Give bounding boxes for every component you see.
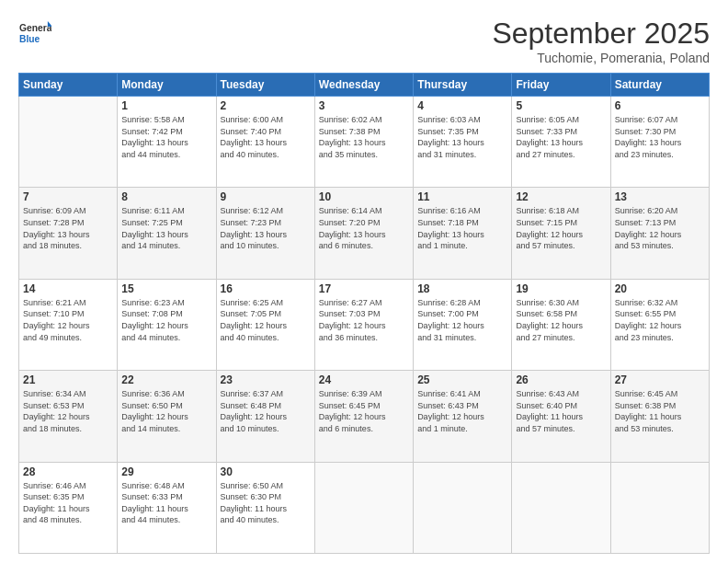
day-info-line: and 44 minutes. (121, 333, 180, 342)
col-sunday: Sunday (19, 74, 118, 97)
day-info-line: Daylight: 11 hours (615, 412, 682, 421)
day-info-line: and 6 minutes. (319, 241, 373, 250)
title-block: September 2025 Tuchomie, Pomerania, Pola… (492, 17, 710, 65)
calendar-cell: 11Sunrise: 6:16 AMSunset: 7:18 PMDayligh… (414, 188, 512, 279)
day-info-line: Sunset: 6:48 PM (221, 401, 282, 410)
day-info-line: Daylight: 12 hours (221, 412, 288, 421)
day-info-line: and 23 minutes. (615, 150, 674, 159)
day-info-line: Sunset: 6:58 PM (516, 309, 577, 318)
day-info-line: and 23 minutes. (615, 333, 674, 342)
calendar-cell: 29Sunrise: 6:48 AMSunset: 6:33 PMDayligh… (118, 462, 216, 553)
day-info-line: Sunrise: 6:48 AM (121, 481, 185, 490)
day-info-line: Daylight: 12 hours (516, 321, 583, 330)
day-number: 18 (417, 282, 507, 295)
day-info-line: and 27 minutes. (516, 150, 574, 159)
day-info-line: and 57 minutes. (516, 241, 574, 250)
calendar-cell (414, 462, 512, 553)
day-info-line: Sunrise: 6:00 AM (221, 115, 284, 124)
day-info-line: Sunset: 7:25 PM (121, 218, 183, 227)
calendar-cell: 15Sunrise: 6:23 AMSunset: 7:08 PMDayligh… (118, 279, 216, 370)
day-info-line: Sunrise: 6:20 AM (615, 206, 678, 215)
day-number: 13 (615, 190, 705, 203)
day-number: 3 (319, 99, 409, 112)
day-info-line: Daylight: 12 hours (417, 412, 484, 421)
day-info-line: Sunset: 6:45 PM (319, 401, 381, 410)
day-number: 15 (121, 282, 211, 295)
day-info: Sunrise: 6:46 AMSunset: 6:35 PMDaylight:… (23, 480, 113, 526)
day-info-line: Sunset: 7:40 PM (221, 127, 282, 136)
calendar-cell: 6Sunrise: 6:07 AMSunset: 7:30 PMDaylight… (610, 97, 709, 188)
day-info-line: Sunrise: 6:36 AM (121, 389, 185, 398)
day-info-line: Daylight: 11 hours (516, 412, 583, 421)
day-info: Sunrise: 6:28 AMSunset: 7:00 PMDaylight:… (417, 297, 507, 343)
day-info-line: Sunrise: 6:50 AM (221, 481, 284, 490)
day-info-line: Sunrise: 6:21 AM (23, 298, 86, 307)
day-info-line: Sunrise: 6:07 AM (615, 115, 678, 124)
day-info-line: and 1 minute. (417, 424, 468, 433)
day-info-line: Sunset: 7:23 PM (221, 218, 282, 227)
day-info-line: Sunset: 7:28 PM (23, 218, 85, 227)
day-info-line: Sunrise: 6:14 AM (319, 206, 382, 215)
day-number: 6 (615, 99, 705, 112)
calendar-cell: 27Sunrise: 6:45 AMSunset: 6:38 PMDayligh… (610, 371, 709, 462)
calendar-cell: 28Sunrise: 6:46 AMSunset: 6:35 PMDayligh… (19, 462, 118, 553)
day-info-line: Sunrise: 6:03 AM (417, 115, 481, 124)
day-info-line: and 40 minutes. (221, 150, 279, 159)
calendar-cell: 22Sunrise: 6:36 AMSunset: 6:50 PMDayligh… (118, 371, 216, 462)
day-info-line: Sunrise: 6:27 AM (319, 298, 382, 307)
day-info-line: Sunrise: 6:32 AM (615, 298, 678, 307)
col-tuesday: Tuesday (216, 74, 314, 97)
day-info: Sunrise: 6:37 AMSunset: 6:48 PMDaylight:… (221, 388, 311, 434)
day-info-line: and 31 minutes. (417, 333, 476, 342)
day-info-line: Sunrise: 6:28 AM (417, 298, 481, 307)
calendar-cell: 10Sunrise: 6:14 AMSunset: 7:20 PMDayligh… (314, 188, 413, 279)
day-info-line: Sunset: 6:50 PM (121, 401, 183, 410)
day-info-line: Daylight: 13 hours (121, 138, 188, 147)
calendar-cell: 24Sunrise: 6:39 AMSunset: 6:45 PMDayligh… (314, 371, 413, 462)
day-info-line: and 44 minutes. (121, 150, 180, 159)
day-info-line: Daylight: 12 hours (516, 230, 583, 239)
calendar-cell: 13Sunrise: 6:20 AMSunset: 7:13 PMDayligh… (610, 188, 709, 279)
day-number: 21 (23, 373, 113, 386)
month-title: September 2025 (492, 17, 710, 51)
calendar-cell: 8Sunrise: 6:11 AMSunset: 7:25 PMDaylight… (118, 188, 216, 279)
calendar-header-row: Sunday Monday Tuesday Wednesday Thursday… (19, 74, 710, 97)
day-info-line: Sunset: 7:38 PM (319, 127, 381, 136)
day-number: 7 (23, 190, 113, 203)
day-info: Sunrise: 6:39 AMSunset: 6:45 PMDaylight:… (319, 388, 409, 434)
page: General Blue September 2025 Tuchomie, Po… (0, 0, 728, 563)
day-info: Sunrise: 6:20 AMSunset: 7:13 PMDaylight:… (615, 205, 705, 251)
day-info-line: Daylight: 11 hours (221, 504, 288, 513)
day-info-line: and 53 minutes. (615, 424, 674, 433)
day-info: Sunrise: 6:36 AMSunset: 6:50 PMDaylight:… (121, 388, 211, 434)
day-info: Sunrise: 6:11 AMSunset: 7:25 PMDaylight:… (121, 205, 211, 251)
day-number: 12 (516, 190, 606, 203)
day-info-line: Daylight: 13 hours (516, 138, 583, 147)
day-info-line: Sunrise: 6:37 AM (221, 389, 284, 398)
calendar-cell (19, 97, 118, 188)
day-info-line: Sunrise: 6:25 AM (221, 298, 284, 307)
calendar-cell: 9Sunrise: 6:12 AMSunset: 7:23 PMDaylight… (216, 188, 314, 279)
calendar-cell: 30Sunrise: 6:50 AMSunset: 6:30 PMDayligh… (216, 462, 314, 553)
day-info: Sunrise: 6:50 AMSunset: 6:30 PMDaylight:… (221, 480, 311, 526)
day-info-line: Sunset: 7:10 PM (23, 309, 85, 318)
day-info-line: Daylight: 11 hours (121, 504, 188, 513)
day-number: 9 (221, 190, 311, 203)
calendar-cell: 3Sunrise: 6:02 AMSunset: 7:38 PMDaylight… (314, 97, 413, 188)
day-info-line: and 6 minutes. (319, 424, 373, 433)
day-info-line: Sunrise: 6:11 AM (121, 206, 185, 215)
header: General Blue September 2025 Tuchomie, Po… (18, 17, 710, 65)
day-info-line: Sunset: 7:30 PM (615, 127, 677, 136)
calendar-cell: 25Sunrise: 6:41 AMSunset: 6:43 PMDayligh… (414, 371, 512, 462)
calendar-cell: 18Sunrise: 6:28 AMSunset: 7:00 PMDayligh… (414, 279, 512, 370)
calendar-cell: 4Sunrise: 6:03 AMSunset: 7:35 PMDaylight… (414, 97, 512, 188)
day-info-line: Daylight: 11 hours (23, 504, 90, 513)
logo-svg: General Blue (18, 17, 51, 50)
day-info-line: and 14 minutes. (121, 241, 180, 250)
day-info: Sunrise: 6:09 AMSunset: 7:28 PMDaylight:… (23, 205, 113, 251)
calendar-cell: 2Sunrise: 6:00 AMSunset: 7:40 PMDaylight… (216, 97, 314, 188)
day-info-line: and 49 minutes. (23, 333, 82, 342)
day-info-line: Sunrise: 6:09 AM (23, 206, 86, 215)
calendar-cell: 1Sunrise: 5:58 AMSunset: 7:42 PMDaylight… (118, 97, 216, 188)
day-info: Sunrise: 6:27 AMSunset: 7:03 PMDaylight:… (319, 297, 409, 343)
